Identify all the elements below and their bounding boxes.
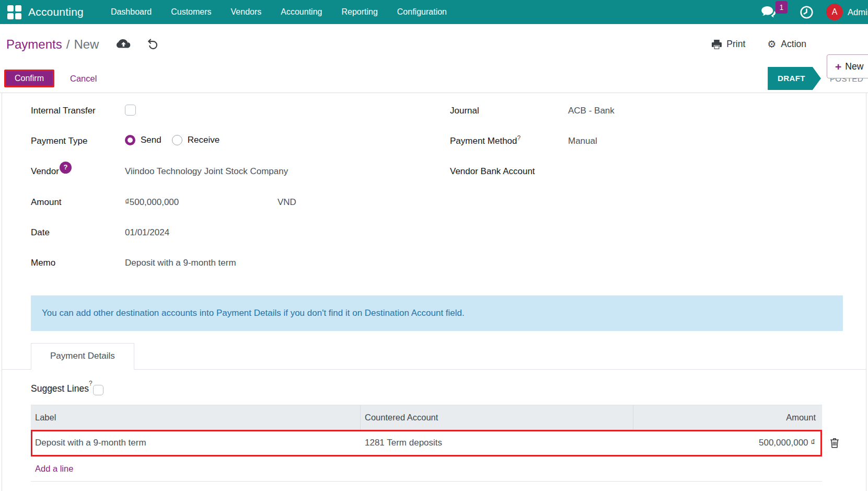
app-window: Accounting Dashboard Customers Vendors A… (0, 0, 868, 491)
vendor-help-badge[interactable]: ? (60, 162, 72, 174)
vendor-label: Vendor? (31, 165, 125, 178)
form-right-column: Journal ACB - Bank Payment Method? Manua… (450, 105, 866, 287)
cancel-button[interactable]: Cancel (70, 74, 97, 84)
field-payment-type: Payment Type Send Receive (31, 135, 450, 147)
suggest-lines-label: Suggest Lines (31, 383, 89, 394)
currency-value[interactable]: VND (277, 196, 296, 209)
control-panel: Payments / New Pr (0, 24, 868, 64)
info-alert-text: You can add other destination accounts i… (42, 308, 465, 318)
add-line-row: Add a line (31, 456, 822, 482)
print-label: Print (726, 39, 745, 50)
internal-transfer-checkbox[interactable] (125, 105, 136, 116)
print-button[interactable]: Print (712, 39, 745, 50)
statusbar-buttons: Confirm Cancel (4, 70, 97, 87)
menu-item-dashboard[interactable]: Dashboard (111, 7, 152, 17)
breadcrumb: Payments / New (6, 37, 99, 52)
unsaved-changes-button[interactable] (117, 39, 131, 50)
add-a-line-button[interactable]: Add a line (35, 464, 73, 474)
form-sheet: Internal Transfer Payment Type Send Rece… (2, 93, 866, 491)
activities-button[interactable] (800, 5, 814, 19)
payment-type-label: Payment Type (31, 135, 125, 147)
breadcrumb-payments-link[interactable]: Payments (6, 37, 62, 52)
undo-icon (146, 38, 159, 51)
chat-bubbles-icon (761, 6, 777, 19)
action-label: Action (781, 39, 806, 50)
gear-icon: ⚙ (767, 39, 776, 49)
date-label: Date (31, 226, 125, 239)
field-vendor-bank-account: Vendor Bank Account (450, 165, 866, 178)
state-draft[interactable]: DRAFT (768, 67, 821, 90)
payment-details-table: Label Countered Account Amount Deposit w… (31, 405, 822, 482)
cloud-save-icon (117, 39, 131, 50)
column-header-label[interactable]: Label (31, 405, 361, 430)
menu-item-reporting[interactable]: Reporting (341, 7, 377, 17)
printer-icon (712, 40, 722, 49)
unread-count-badge: 1 (776, 1, 788, 14)
tab-payment-details[interactable]: Payment Details (31, 343, 134, 370)
confirm-button[interactable]: Confirm (4, 70, 54, 87)
notebook-tabs: Payment Details (2, 343, 866, 370)
table-header-row: Label Countered Account Amount (31, 405, 822, 430)
field-payment-method: Payment Method? Manual (450, 135, 866, 147)
journal-value[interactable]: ACB - Bank (568, 105, 615, 117)
radio-send-control[interactable] (125, 135, 135, 145)
suggest-lines-checkbox[interactable] (93, 385, 103, 395)
vendor-value[interactable]: Viindoo Technology Joint Stock Company (125, 165, 288, 178)
payment-type-options: Send Receive (125, 135, 219, 145)
user-avatar[interactable]: A (826, 4, 843, 20)
field-suggest-lines: Suggest Lines? (31, 383, 866, 395)
trash-icon (830, 438, 839, 448)
radio-send[interactable]: Send (125, 135, 161, 145)
control-panel-actions: Print ⚙ Action (712, 24, 806, 64)
new-record-button[interactable]: + New (827, 54, 868, 78)
new-label: New (845, 61, 863, 72)
delete-row-button[interactable] (830, 438, 839, 448)
field-vendor: Vendor? Viindoo Technology Joint Stock C… (31, 165, 450, 178)
info-alert: You can add other destination accounts i… (31, 295, 843, 331)
column-header-amount[interactable]: Amount (633, 413, 822, 423)
memo-label: Memo (31, 257, 125, 269)
radio-send-label: Send (141, 135, 161, 145)
vendor-bank-account-label: Vendor Bank Account (450, 165, 568, 178)
payment-form: Internal Transfer Payment Type Send Rece… (2, 93, 866, 287)
breadcrumb-separator: / (66, 37, 70, 52)
table-row[interactable]: Deposit with a 9-month term 1281 Term de… (31, 430, 822, 456)
main-menu: Dashboard Customers Vendors Accounting R… (111, 7, 447, 17)
clock-icon (800, 5, 814, 19)
messages-button[interactable]: 1 (759, 0, 789, 24)
menu-item-customers[interactable]: Customers (171, 7, 211, 17)
amount-value[interactable]: ₫500,000,000 (125, 196, 277, 209)
navbar-systray: 1 A Admin (759, 0, 868, 24)
menu-item-vendors[interactable]: Vendors (231, 7, 262, 17)
menu-item-accounting[interactable]: Accounting (281, 7, 322, 17)
row-countered-account-cell[interactable]: 1281 Term deposits (361, 438, 633, 448)
user-name[interactable]: Admin (848, 7, 868, 17)
radio-receive[interactable]: Receive (172, 135, 219, 145)
form-left-column: Internal Transfer Payment Type Send Rece… (31, 105, 450, 287)
breadcrumb-current: New (74, 37, 99, 52)
radio-receive-label: Receive (188, 135, 219, 145)
menu-item-configuration[interactable]: Configuration (397, 7, 447, 17)
action-button[interactable]: ⚙ Action (767, 39, 806, 50)
apps-grid-icon[interactable] (7, 5, 21, 19)
amount-label: Amount (31, 196, 125, 209)
payment-method-value[interactable]: Manual (568, 135, 597, 147)
internal-transfer-label: Internal Transfer (31, 105, 125, 117)
payment-method-label: Payment Method? (450, 135, 568, 147)
field-memo: Memo Deposit with a 9-month term (31, 257, 450, 269)
form-statusbar: Confirm Cancel DRAFT POSTED (0, 64, 868, 93)
app-title: Accounting (28, 6, 84, 18)
row-label-cell[interactable]: Deposit with a 9-month term (32, 438, 361, 448)
date-value[interactable]: 01/01/2024 (125, 226, 169, 239)
top-navbar: Accounting Dashboard Customers Vendors A… (0, 0, 868, 24)
radio-receive-control[interactable] (172, 135, 182, 145)
field-internal-transfer: Internal Transfer (31, 105, 450, 117)
memo-value[interactable]: Deposit with a 9-month term (125, 257, 236, 269)
field-journal: Journal ACB - Bank (450, 105, 866, 117)
column-header-countered-account[interactable]: Countered Account (361, 405, 633, 430)
discard-changes-button[interactable] (146, 38, 159, 51)
journal-label: Journal (450, 105, 568, 117)
payment-method-help-mark: ? (517, 134, 521, 142)
app-brand[interactable]: Accounting (7, 5, 84, 19)
row-amount-cell[interactable]: 500,000,000 ₫ (633, 438, 820, 448)
